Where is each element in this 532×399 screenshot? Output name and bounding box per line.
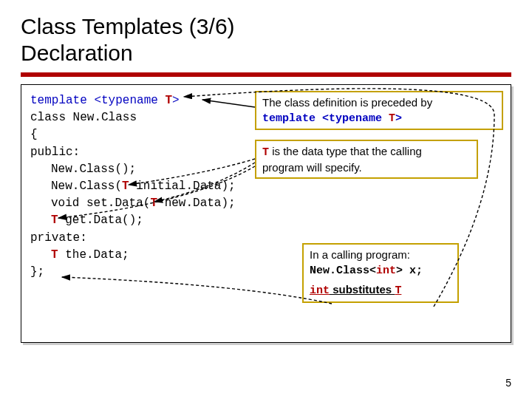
page-number: 5 — [505, 377, 511, 389]
title-line-2: Declaration — [21, 41, 133, 65]
code-box: template <typename T> class New.Class { … — [21, 84, 511, 343]
callout-substitutes-line: int substitutes T — [310, 282, 451, 299]
callout-definition-preceded: The class definition is preceded by temp… — [255, 91, 503, 130]
title-line-1: Class Templates (3/6) — [21, 14, 235, 38]
code-line-7: void set.Data(T new.Data); — [30, 195, 502, 212]
callout-calling-program: In a calling program: New.Class<int> x; … — [302, 243, 459, 303]
title-rule — [21, 72, 511, 77]
code-line-6: New.Class(T initial.Data); — [30, 178, 502, 195]
slide-title: Class Templates (3/6) Declaration — [21, 13, 511, 66]
callout-t-datatype: T is the data type that the calling prog… — [255, 140, 478, 179]
code-line-8: T get.Data(); — [30, 212, 502, 229]
